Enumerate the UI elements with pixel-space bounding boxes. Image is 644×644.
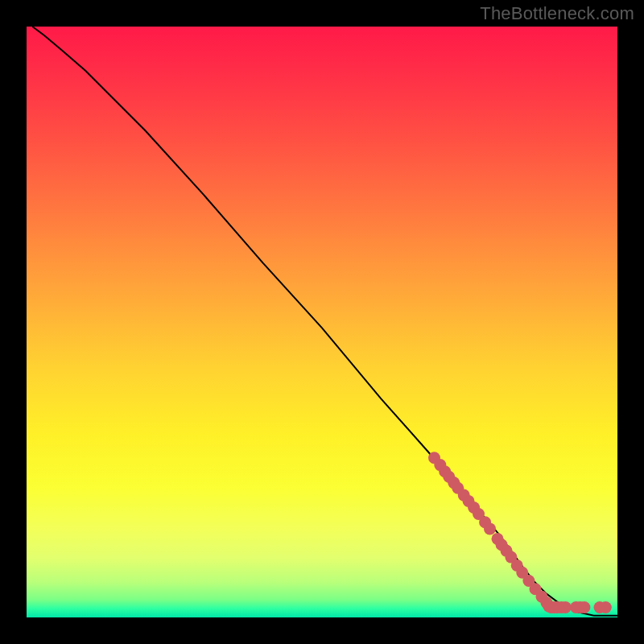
- curve-marker-dot: [559, 601, 572, 613]
- curve-marker-dot: [484, 522, 496, 535]
- chart-frame: TheBottleneck.com: [0, 0, 644, 644]
- watermark-label: TheBottleneck.com: [480, 3, 634, 24]
- bottleneck-curve-line: [32, 27, 617, 616]
- curve-marker-dot: [600, 601, 612, 613]
- chart-overlay-svg: [27, 27, 617, 617]
- plot-area: [27, 27, 617, 617]
- curve-markers: [428, 452, 612, 613]
- curve-marker-dot: [578, 601, 590, 613]
